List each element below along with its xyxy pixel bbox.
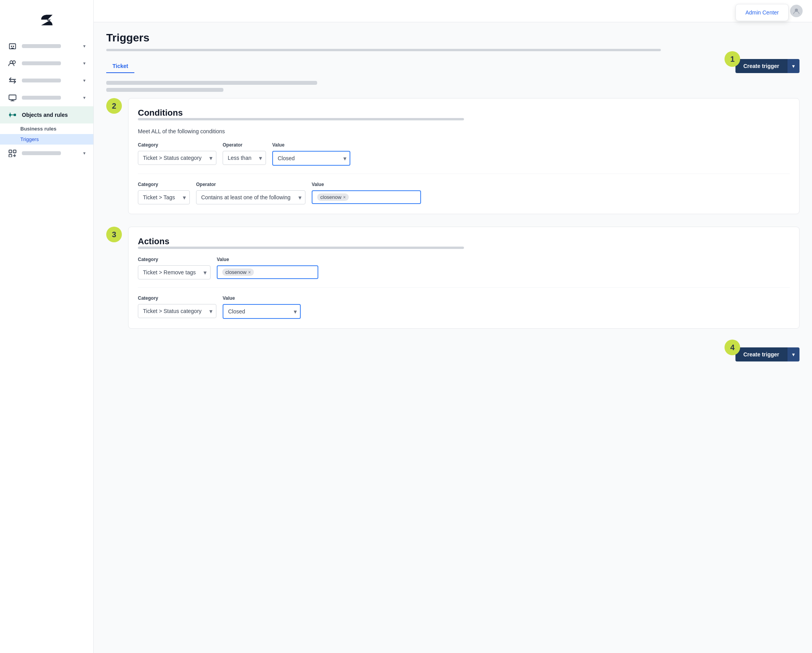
svg-point-7	[9, 114, 11, 116]
admin-center-link[interactable]: Admin Center	[745, 9, 779, 16]
action-1-category-select-wrap: Ticket > Remove tags	[138, 265, 211, 279]
condition-1-operator-group: Operator Less than	[223, 142, 266, 165]
condition-1-value-select[interactable]: Closed	[272, 151, 350, 166]
chevron-down-icon-5: ▾	[83, 150, 86, 156]
action-row-1: Category Ticket > Remove tags Value	[138, 257, 790, 288]
condition-1-value-select-wrap: Closed	[272, 151, 350, 166]
svg-rect-11	[9, 154, 12, 157]
condition-2-operator-select[interactable]: Contains at least one of the following	[196, 190, 305, 204]
svg-rect-8	[14, 114, 16, 116]
action-1-value-tags-input[interactable]: closenow ×	[217, 265, 318, 279]
action-1-category-label: Category	[138, 257, 211, 262]
sidebar-subitem-business-rules[interactable]: Business rules	[0, 123, 93, 134]
closenow-tag-condition: closenow ×	[317, 193, 349, 201]
sidebar-item-objects[interactable]: Objects and rules	[0, 106, 93, 123]
main-content: Admin Center Triggers Ticket	[94, 0, 812, 653]
sidebar-subitem-triggers[interactable]: Triggers	[0, 134, 93, 145]
monitor-icon	[8, 93, 17, 102]
sidebar-item-apps[interactable]: ▾	[0, 145, 93, 162]
condition-1-category-select-wrap: Ticket > Status category	[138, 151, 216, 165]
action-row-2: Category Ticket > Status category Value	[138, 295, 790, 319]
arrows-icon	[8, 76, 17, 85]
chevron-down-icon-4: ▾	[83, 95, 86, 100]
condition-1-category-group: Category Ticket > Status category	[138, 142, 216, 165]
condition-2-category-label: Category	[138, 182, 190, 187]
bottom-toolbar: 4 Create trigger ▾	[106, 341, 800, 368]
action-1-category-group: Category Ticket > Remove tags	[138, 257, 211, 279]
action-2-category-label: Category	[138, 295, 216, 301]
svg-rect-2	[13, 46, 14, 47]
actions-section: Actions Category Ticket > Remove tags	[128, 227, 800, 329]
action-2-category-select-wrap: Ticket > Status category	[138, 304, 216, 318]
page-progress-bar	[106, 49, 661, 51]
actions-progress-bar	[138, 247, 464, 249]
desc-bar-1	[106, 81, 317, 85]
create-trigger-button[interactable]: Create trigger	[735, 59, 787, 73]
conditions-subtitle: Meet ALL of the following conditions	[138, 128, 790, 134]
action-2-value-select[interactable]: Closed	[223, 304, 301, 319]
nav-label-bar-5	[22, 151, 61, 155]
logo	[0, 6, 93, 38]
tab-ticket[interactable]: Ticket	[106, 60, 134, 73]
condition-2-value-group: Value closenow ×	[312, 182, 421, 204]
condition-1-operator-select-wrap: Less than	[223, 151, 266, 165]
action-2-category-select[interactable]: Ticket > Status category	[138, 304, 216, 318]
apps-icon	[8, 148, 17, 158]
condition-1-operator-label: Operator	[223, 142, 266, 148]
sidebar-item-objects-label: Objects and rules	[22, 112, 68, 118]
chevron-down-icon-1: ▾	[83, 43, 86, 49]
condition-2-operator-select-wrap: Contains at least one of the following	[196, 190, 305, 204]
create-trigger-group: Create trigger ▾	[735, 59, 800, 73]
condition-1-value-label: Value	[272, 142, 350, 148]
action-2-value-group: Value Closed	[223, 295, 301, 319]
chevron-down-icon-2: ▾	[83, 61, 86, 66]
desc-bar-2	[106, 88, 223, 92]
closenow-tag-remove-action1[interactable]: ×	[248, 270, 251, 275]
nav-label-bar-2	[22, 61, 61, 65]
svg-point-5	[13, 61, 16, 64]
objects-icon	[8, 110, 17, 120]
condition-2-value-tags-input[interactable]: closenow ×	[312, 190, 421, 204]
conditions-progress-bar	[138, 118, 464, 120]
condition-2-category-select[interactable]: Ticket > Tags	[138, 190, 190, 204]
action-2-category-group: Category Ticket > Status category	[138, 295, 216, 318]
sidebar: ▾ ▾ ▾ ▾ Objects and rules Business rules	[0, 0, 94, 653]
step-badge-1: 1	[725, 51, 740, 67]
zendesk-logo-icon	[35, 13, 59, 28]
admin-center-popup: Admin Center	[735, 4, 789, 21]
svg-rect-1	[11, 46, 12, 47]
closenow-tag-remove-condition[interactable]: ×	[343, 195, 346, 200]
create-trigger-bottom-button[interactable]: Create trigger	[735, 347, 787, 361]
sidebar-item-people[interactable]: ▾	[0, 55, 93, 72]
step-badge-2: 2	[106, 98, 122, 114]
header: Admin Center	[94, 0, 812, 22]
sidebar-item-channels[interactable]: ▾	[0, 72, 93, 89]
create-trigger-bottom-group: Create trigger ▾	[735, 347, 800, 361]
tabs: Ticket	[106, 60, 134, 72]
sidebar-item-workspace[interactable]: ▾	[0, 38, 93, 55]
step-badge-4: 4	[725, 340, 740, 355]
action-1-category-select[interactable]: Ticket > Remove tags	[138, 265, 211, 279]
sidebar-item-workspace2[interactable]: ▾	[0, 89, 93, 106]
condition-1-category-select[interactable]: Ticket > Status category	[138, 151, 216, 165]
condition-2-operator-group: Operator Contains at least one of the fo…	[196, 182, 305, 204]
create-trigger-dropdown-button[interactable]: ▾	[787, 59, 800, 73]
step-badge-3: 3	[106, 227, 122, 242]
action-1-value-label: Value	[217, 257, 318, 262]
chevron-down-icon-3: ▾	[83, 78, 86, 83]
create-trigger-bottom-dropdown-button[interactable]: ▾	[787, 347, 800, 361]
condition-2-category-select-wrap: Ticket > Tags	[138, 190, 190, 204]
user-avatar[interactable]	[790, 5, 803, 17]
nav-label-bar-1	[22, 44, 61, 48]
condition-row-2: Category Ticket > Tags Operator	[138, 182, 790, 204]
page-area: Triggers Ticket 1 Create trigger ▾	[94, 22, 812, 653]
condition-1-category-label: Category	[138, 142, 216, 148]
condition-1-operator-select[interactable]: Less than	[223, 151, 266, 165]
conditions-section: Conditions Meet ALL of the following con…	[128, 98, 800, 214]
nav-label-bar-3	[22, 79, 61, 82]
closenow-tag-action1: closenow ×	[222, 268, 254, 276]
svg-rect-9	[9, 150, 12, 153]
action-2-value-select-wrap: Closed	[223, 304, 301, 319]
condition-1-value-group: Value Closed	[272, 142, 350, 166]
svg-rect-3	[11, 48, 14, 49]
